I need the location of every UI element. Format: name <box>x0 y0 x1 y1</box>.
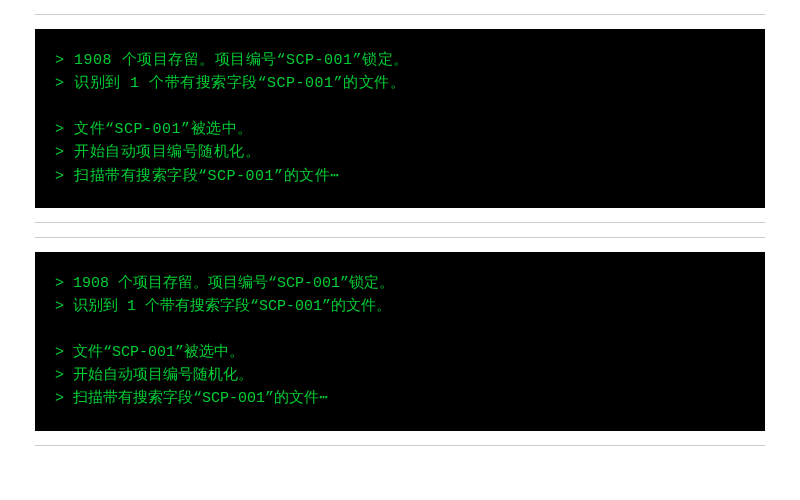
terminal-line: > 文件“SCP-001”被选中。 <box>55 341 745 364</box>
terminal-block-2: > 1908 个项目存留。项目编号“SCP-001”锁定。 > 识别到 1 个带… <box>35 252 765 431</box>
blank-line <box>55 96 745 119</box>
terminal-line: > 扫描带有搜索字段“SCP-001”的文件⋯ <box>55 387 745 410</box>
terminal-line: > 1908 个项目存留。项目编号“SCP-001”锁定。 <box>55 49 745 72</box>
divider <box>35 237 765 238</box>
terminal-line: > 扫描带有搜索字段“SCP-001”的文件⋯ <box>55 165 745 188</box>
terminal-line: > 开始自动项目编号随机化。 <box>55 364 745 387</box>
blank-line <box>55 318 745 341</box>
divider <box>35 14 765 15</box>
terminal-line: > 文件“SCP-001”被选中。 <box>55 118 745 141</box>
terminal-block-1: > 1908 个项目存留。项目编号“SCP-001”锁定。 > 识别到 1 个带… <box>35 29 765 208</box>
terminal-line: > 1908 个项目存留。项目编号“SCP-001”锁定。 <box>55 272 745 295</box>
divider <box>35 445 765 446</box>
terminal-line: > 识别到 1 个带有搜索字段“SCP-001”的文件。 <box>55 295 745 318</box>
document-body: > 1908 个项目存留。项目编号“SCP-001”锁定。 > 识别到 1 个带… <box>35 14 765 446</box>
divider <box>35 222 765 223</box>
terminal-line: > 开始自动项目编号随机化。 <box>55 141 745 164</box>
terminal-line: > 识别到 1 个带有搜索字段“SCP-001”的文件。 <box>55 72 745 95</box>
